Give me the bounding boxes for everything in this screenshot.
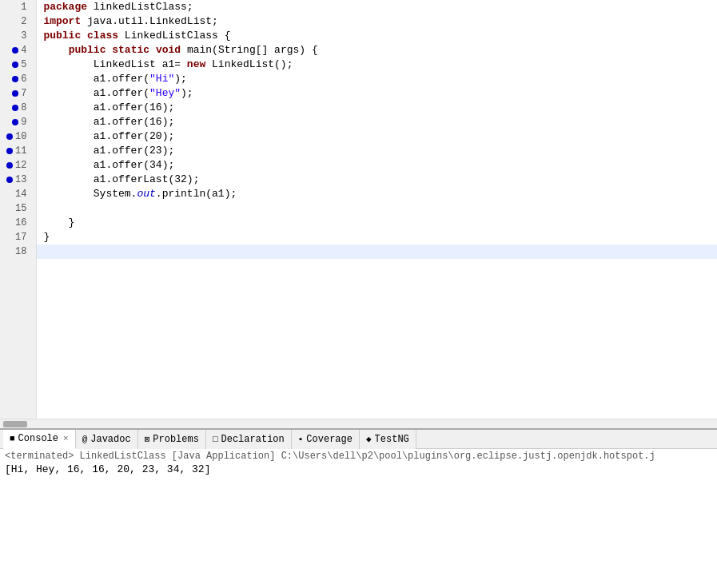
tab-declaration[interactable]: □Declaration: [206, 430, 292, 449]
code-line-3: public class LinkedListClass {: [37, 29, 717, 43]
code-line-15: [37, 201, 717, 216]
problems-tab-label: Problems: [153, 434, 199, 445]
declaration-tab-icon: □: [213, 435, 218, 444]
console-terminated-text: <terminated> LinkedListClass [Java Appli…: [5, 451, 712, 462]
code-line-14: System.out.println(a1);: [37, 187, 717, 201]
breakpoint-dot[interactable]: [12, 62, 18, 68]
line-number-1: 1: [6, 0, 30, 14]
breakpoint-dot[interactable]: [12, 47, 18, 54]
tab-coverage[interactable]: ▪Coverage: [292, 430, 360, 449]
line-number-8: 8: [6, 101, 30, 115]
line-number-5: 5: [6, 58, 30, 72]
line-number-11: 11: [6, 144, 30, 158]
line-number-7: 7: [6, 86, 30, 101]
declaration-tab-label: Declaration: [221, 434, 285, 445]
javadoc-tab-label: Javadoc: [90, 434, 130, 445]
code-line-10: a1.offer(20);: [37, 129, 717, 144]
code-line-7: a1.offer("Hey");: [37, 86, 717, 101]
line-number-6: 6: [6, 72, 30, 86]
console-result: [Hi, Hey, 16, 16, 20, 23, 34, 32]: [5, 463, 712, 475]
code-line-13: a1.offerLast(32);: [37, 173, 717, 187]
breakpoint-dot[interactable]: [12, 105, 18, 111]
coverage-tab-label: Coverage: [306, 434, 353, 445]
line-number-15: 15: [6, 201, 30, 216]
tab-console[interactable]: ■Console×: [3, 430, 76, 449]
line-number-4: 4: [6, 43, 30, 58]
coverage-tab-icon: ▪: [298, 435, 304, 444]
code-line-12: a1.offer(34);: [37, 158, 717, 173]
code-line-5: LinkedList a1= new LinkedList();: [37, 58, 717, 72]
line-number-3: 3: [6, 29, 30, 43]
scrollbar-thumb[interactable]: [3, 421, 27, 427]
code-line-6: a1.offer("Hi");: [37, 72, 717, 86]
code-line-9: a1.offer(16);: [37, 115, 717, 129]
console-tab-label: Console: [18, 433, 58, 444]
horizontal-scrollbar[interactable]: [0, 419, 717, 428]
code-line-1: package linkedListClass;: [37, 0, 717, 14]
tab-bar: ■Console×@Javadoc⊠Problems□Declaration▪C…: [0, 430, 717, 449]
line-number-14: 14: [6, 187, 30, 201]
code-lines[interactable]: package linkedListClass;import java.util…: [37, 0, 717, 419]
tab-problems[interactable]: ⊠Problems: [138, 430, 206, 449]
tab-testng[interactable]: ◆TestNG: [360, 430, 416, 449]
breakpoint-dot[interactable]: [12, 76, 18, 82]
code-line-17: }: [37, 230, 717, 244]
line-number-17: 17: [6, 230, 30, 244]
breakpoint-dot[interactable]: [6, 148, 13, 154]
testng-tab-icon: ◆: [366, 434, 372, 444]
breakpoint-dot[interactable]: [6, 162, 13, 169]
line-number-10: 10: [6, 129, 30, 144]
code-line-2: import java.util.LinkedList;: [37, 14, 717, 29]
testng-tab-label: TestNG: [375, 434, 409, 445]
code-container: 123456789101112131415161718 package link…: [0, 0, 717, 419]
breakpoint-dot[interactable]: [6, 133, 13, 140]
bottom-panel: ■Console×@Javadoc⊠Problems□Declaration▪C…: [0, 428, 717, 588]
code-line-18: [37, 244, 717, 259]
line-number-13: 13: [6, 173, 30, 187]
breakpoint-dot[interactable]: [12, 90, 18, 97]
code-line-8: a1.offer(16);: [37, 101, 717, 115]
problems-tab-icon: ⊠: [145, 434, 150, 444]
line-number-18: 18: [6, 244, 30, 259]
line-number-2: 2: [6, 14, 30, 29]
console-output: <terminated> LinkedListClass [Java Appli…: [0, 449, 717, 588]
line-number-9: 9: [6, 115, 30, 129]
code-line-11: a1.offer(23);: [37, 144, 717, 158]
breakpoint-dot[interactable]: [6, 177, 13, 183]
console-tab-icon: ■: [10, 434, 15, 443]
console-tab-close[interactable]: ×: [63, 434, 69, 443]
breakpoint-dot[interactable]: [12, 119, 18, 125]
line-number-12: 12: [6, 158, 30, 173]
tab-javadoc[interactable]: @Javadoc: [76, 430, 138, 449]
javadoc-tab-icon: @: [82, 435, 88, 444]
line-numbers: 123456789101112131415161718: [0, 0, 37, 419]
line-number-16: 16: [6, 216, 30, 230]
code-line-16: }: [37, 216, 717, 230]
editor-area: 123456789101112131415161718 package link…: [0, 0, 717, 428]
code-line-4: public static void main(String[] args) {: [37, 43, 717, 58]
